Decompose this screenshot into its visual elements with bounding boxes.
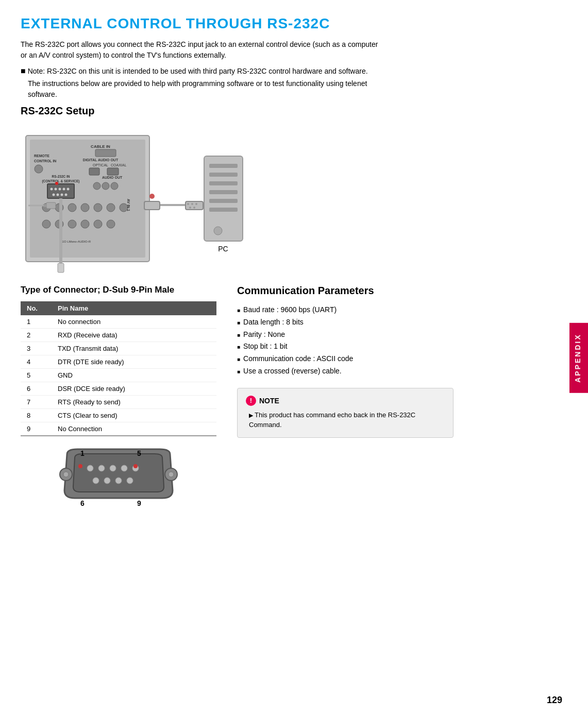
svg-rect-7 bbox=[89, 168, 99, 175]
list-item: Baud rate : 9600 bps (UART) bbox=[237, 304, 567, 316]
svg-point-35 bbox=[120, 203, 128, 212]
table-col2-header: Pin Name bbox=[52, 301, 216, 315]
svg-point-27 bbox=[102, 182, 109, 190]
svg-point-32 bbox=[81, 203, 89, 212]
svg-point-17 bbox=[59, 188, 61, 191]
svg-point-65 bbox=[214, 227, 222, 235]
svg-rect-62 bbox=[209, 190, 238, 194]
setup-heading: RS-232C Setup bbox=[21, 105, 567, 117]
pin-name: RXD (Receive data) bbox=[52, 329, 216, 342]
pin-number: 3 bbox=[21, 342, 52, 355]
svg-point-18 bbox=[63, 188, 65, 191]
svg-text:OPTICAL: OPTICAL bbox=[93, 163, 108, 167]
table-row: 1No connection bbox=[21, 315, 216, 329]
appendix-sidebar: APPENDIX bbox=[569, 323, 588, 393]
svg-point-16 bbox=[55, 188, 57, 191]
note-icon: ! bbox=[246, 396, 256, 406]
table-row: 2RXD (Receive data) bbox=[21, 329, 216, 342]
pin-name: GND bbox=[52, 369, 216, 382]
note-box-text: This product has command echo back in th… bbox=[246, 410, 445, 430]
svg-text:COAXIAL: COAXIAL bbox=[111, 163, 126, 167]
svg-text:AV IN 1: AV IN 1 bbox=[127, 199, 130, 211]
svg-point-56 bbox=[193, 207, 195, 209]
svg-text:6: 6 bbox=[80, 499, 85, 507]
table-row: 8CTS (Clear to send) bbox=[21, 409, 216, 422]
svg-point-53 bbox=[191, 203, 193, 205]
svg-point-39 bbox=[81, 220, 89, 228]
intro-paragraph: The RS-232C port allows you connect the … bbox=[21, 39, 381, 61]
svg-rect-63 bbox=[209, 199, 238, 203]
svg-rect-50 bbox=[144, 201, 160, 210]
note-indent-text: The instructions below are provided to h… bbox=[21, 78, 381, 100]
svg-rect-45 bbox=[44, 204, 46, 207]
svg-text:EO  LMono-AUDIO-R: EO LMono-AUDIO-R bbox=[62, 240, 91, 243]
table-row: 4DTR (DTE side ready) bbox=[21, 355, 216, 369]
svg-point-79 bbox=[169, 472, 174, 477]
svg-point-20 bbox=[53, 194, 55, 196]
list-item: Stop bit : 1 bit bbox=[237, 340, 567, 353]
svg-point-22 bbox=[61, 194, 63, 196]
pin-table: No. Pin Name 1No connection2RXD (Receive… bbox=[21, 301, 216, 436]
pin-name: DTR (DTE side ready) bbox=[52, 355, 216, 369]
svg-point-54 bbox=[195, 203, 197, 205]
svg-text:(CONTROL & SERVICE): (CONTROL & SERVICE) bbox=[42, 179, 79, 183]
svg-rect-14 bbox=[47, 184, 74, 198]
svg-rect-44 bbox=[46, 202, 56, 209]
svg-text:REMOTE: REMOTE bbox=[34, 154, 49, 158]
svg-point-15 bbox=[51, 188, 53, 191]
svg-text:9: 9 bbox=[137, 499, 141, 507]
two-column-section: Type of Connector; D-Sub 9-Pin Male No. … bbox=[21, 285, 567, 510]
svg-rect-64 bbox=[209, 208, 238, 212]
list-item: Parity : None bbox=[237, 329, 567, 341]
pin-number: 5 bbox=[21, 369, 52, 382]
svg-text:RS-232C IN: RS-232C IN bbox=[52, 175, 70, 178]
svg-rect-61 bbox=[209, 181, 238, 185]
comm-list: Baud rate : 9600 bps (UART)Data length :… bbox=[237, 304, 567, 378]
svg-point-19 bbox=[67, 188, 70, 191]
svg-text:DIGITAL AUDIO OUT: DIGITAL AUDIO OUT bbox=[83, 158, 119, 162]
pin-number: 2 bbox=[21, 329, 52, 342]
right-column: Communication Parameters Baud rate : 960… bbox=[237, 285, 567, 510]
pin-name: No Connection bbox=[52, 422, 216, 436]
note-bullet-line: ■Note: RS-232C on this unit is intended … bbox=[21, 65, 381, 77]
note-box-title: ! NOTE bbox=[246, 396, 445, 406]
svg-rect-48 bbox=[58, 263, 64, 272]
svg-point-68 bbox=[98, 465, 105, 471]
svg-rect-3 bbox=[95, 149, 116, 157]
setup-diagram: CABLE IN DIGITAL AUDIO OUT OPTICAL COAXI… bbox=[21, 125, 567, 275]
svg-point-21 bbox=[57, 194, 59, 196]
svg-text:5: 5 bbox=[137, 449, 141, 457]
svg-point-52 bbox=[187, 203, 189, 205]
table-row: 5GND bbox=[21, 369, 216, 382]
svg-text:PC: PC bbox=[218, 245, 228, 253]
svg-rect-60 bbox=[209, 173, 238, 177]
svg-point-34 bbox=[107, 203, 115, 212]
comm-heading: Communication Parameters bbox=[237, 285, 567, 297]
svg-point-85 bbox=[133, 464, 138, 468]
note-box: ! NOTE This product has command echo bac… bbox=[237, 388, 453, 438]
pin-name: RTS (Ready to send) bbox=[52, 396, 216, 409]
svg-point-84 bbox=[78, 464, 82, 468]
svg-rect-59 bbox=[209, 164, 238, 168]
svg-point-36 bbox=[42, 220, 51, 228]
list-item: Data length : 8 bits bbox=[237, 316, 567, 329]
svg-point-78 bbox=[63, 472, 69, 477]
svg-point-38 bbox=[68, 220, 76, 228]
table-row: 9No Connection bbox=[21, 422, 216, 436]
svg-text:CONTROL IN: CONTROL IN bbox=[34, 159, 56, 163]
svg-point-31 bbox=[68, 203, 76, 212]
table-row: 7RTS (Ready to send) bbox=[21, 396, 216, 409]
setup-diagram-svg: CABLE IN DIGITAL AUDIO OUT OPTICAL COAXI… bbox=[21, 125, 309, 275]
left-column: Type of Connector; D-Sub 9-Pin Male No. … bbox=[21, 285, 216, 510]
svg-point-57 bbox=[149, 194, 155, 199]
list-item: Communication code : ASCII code bbox=[237, 353, 567, 365]
svg-text:1: 1 bbox=[80, 449, 85, 457]
svg-rect-58 bbox=[204, 156, 243, 241]
pin-number: 4 bbox=[21, 355, 52, 369]
svg-text:AUDIO OUT: AUDIO OUT bbox=[102, 176, 123, 179]
bullet-icon: ■ bbox=[21, 66, 26, 75]
pin-name: No connection bbox=[52, 315, 216, 329]
pin-number: 8 bbox=[21, 409, 52, 422]
svg-point-23 bbox=[65, 194, 68, 196]
svg-text:CABLE IN: CABLE IN bbox=[91, 144, 110, 149]
